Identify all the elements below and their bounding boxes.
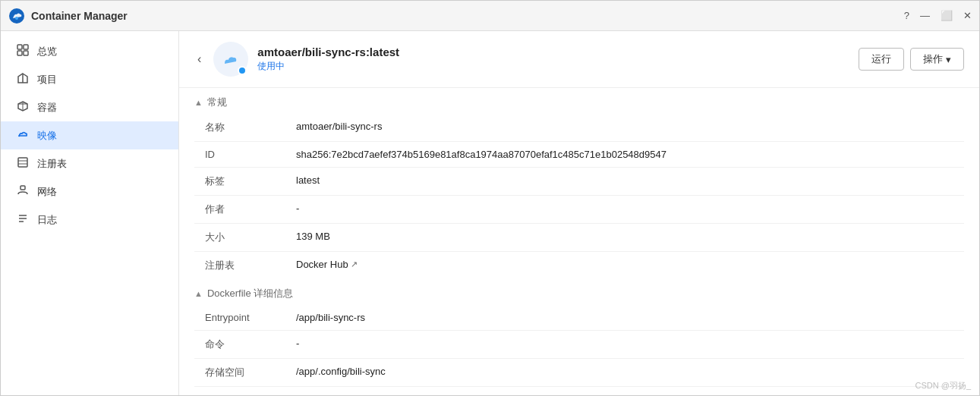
table-row: 名称 amtoaer/bili-sync-rs <box>194 114 964 142</box>
sidebar-item-container[interactable]: 容器 <box>1 93 178 121</box>
sidebar-item-network[interactable]: 网络 <box>1 178 178 206</box>
field-value: - <box>285 196 964 224</box>
registry-link[interactable]: Docker Hub ↗ <box>296 259 358 270</box>
table-row: Entrypoint /app/bili-sync-rs <box>194 305 964 331</box>
field-label: ID <box>194 142 285 168</box>
table-row: 大小 139 MB <box>194 224 964 252</box>
run-button[interactable]: 运行 <box>859 48 904 71</box>
log-icon <box>16 212 30 227</box>
sidebar-label-project: 项目 <box>37 73 57 86</box>
field-value: /app/.config/bili-sync <box>285 359 964 387</box>
general-section: ▲ 常规 名称 amtoaer/bili-sync-rs ID sha256:7… <box>179 88 979 279</box>
svg-rect-13 <box>20 186 25 190</box>
dockerfile-section-header: ▲ Dockerfile 详细信息 <box>194 279 964 305</box>
maximize-button[interactable]: ⬜ <box>941 10 953 21</box>
container-icon <box>16 100 30 115</box>
watermark: CSDN @羽扬_ <box>915 380 971 391</box>
field-value: 139 MB <box>285 224 964 252</box>
project-icon <box>16 72 30 86</box>
network-icon <box>16 184 30 199</box>
general-section-title: 常规 <box>207 96 227 109</box>
operate-button[interactable]: 操作 ▾ <box>910 48 964 71</box>
status-dot <box>238 66 247 75</box>
field-label: Entrypoint <box>194 305 285 331</box>
header-info: amtoaer/bili-sync-rs:latest 使用中 <box>257 46 849 73</box>
field-label: 作者 <box>194 196 285 224</box>
sidebar-label-registry: 注册表 <box>37 157 67 171</box>
sidebar-item-project[interactable]: 项目 <box>1 65 178 93</box>
registry-link-text: Docker Hub <box>296 259 348 270</box>
field-value: sha256:7e2bcd7aefef374b5169e81af8ca1974a… <box>285 142 964 168</box>
field-value: amtoaer/bili-sync-rs <box>285 114 964 142</box>
dockerfile-section: ▲ Dockerfile 详细信息 Entrypoint /app/bili-s… <box>179 279 979 395</box>
table-row: ID sha256:7e2bcd7aefef374b5169e81af8ca19… <box>194 142 964 168</box>
table-row: 命令 - <box>194 331 964 359</box>
minimize-button[interactable]: — <box>920 10 930 21</box>
content-header: ‹ amtoaer/bili-sync-rs:latest 使用中 运行 <box>179 31 979 88</box>
svg-rect-4 <box>17 51 22 55</box>
registry-icon <box>16 156 30 171</box>
table-row: 注册表 Docker Hub ↗ <box>194 252 964 280</box>
content-area: ‹ amtoaer/bili-sync-rs:latest 使用中 运行 <box>179 31 979 395</box>
dropdown-arrow-icon: ▾ <box>946 54 951 65</box>
help-button[interactable]: ? <box>904 10 909 21</box>
field-label: 大小 <box>194 224 285 252</box>
svg-rect-3 <box>24 45 28 49</box>
image-status: 使用中 <box>257 60 849 73</box>
field-label: 存储空间 <box>194 359 285 387</box>
image-thumbnail <box>213 42 248 77</box>
table-row: 存储空间 /app/.config/bili-sync <box>194 359 964 387</box>
field-value: - <box>285 331 964 359</box>
svg-rect-10 <box>18 158 27 167</box>
field-label: 对外端口 <box>194 387 285 396</box>
svg-rect-2 <box>17 45 22 49</box>
sidebar-item-log[interactable]: 日志 <box>1 206 178 234</box>
field-value: Docker Hub ↗ <box>285 252 964 280</box>
dockerfile-section-title: Dockerfile 详细信息 <box>207 287 293 300</box>
main-body: 总览 项目 <box>1 31 979 395</box>
table-row: 标签 latest <box>194 168 964 196</box>
image-title: amtoaer/bili-sync-rs:latest <box>257 46 849 58</box>
dockerfile-info-table: Entrypoint /app/bili-sync-rs 命令 - 存储空间 /… <box>194 305 964 395</box>
back-button[interactable]: ‹ <box>194 51 204 68</box>
field-label: 命令 <box>194 331 285 359</box>
sidebar-label-container: 容器 <box>37 101 57 115</box>
svg-rect-5 <box>24 51 28 55</box>
overview-icon <box>16 44 30 58</box>
header-actions: 运行 操作 ▾ <box>859 48 964 71</box>
field-label: 标签 <box>194 168 285 196</box>
field-value: latest <box>285 168 964 196</box>
field-label: 名称 <box>194 114 285 142</box>
field-value: - <box>285 387 964 396</box>
general-toggle-icon[interactable]: ▲ <box>194 98 203 107</box>
title-bar: Container Manager ? — ⬜ ✕ <box>1 1 979 31</box>
app-icon <box>8 8 25 24</box>
close-button[interactable]: ✕ <box>963 10 972 21</box>
svg-point-1 <box>15 17 18 20</box>
table-row: 作者 - <box>194 196 964 224</box>
app-window: Container Manager ? — ⬜ ✕ 总览 <box>0 0 980 396</box>
general-info-table: 名称 amtoaer/bili-sync-rs ID sha256:7e2bcd… <box>194 114 964 279</box>
window-controls: ? — ⬜ ✕ <box>904 10 972 21</box>
image-icon <box>16 128 30 143</box>
external-link-icon: ↗ <box>351 259 358 269</box>
sidebar-label-image: 映像 <box>37 129 57 143</box>
operate-label: 操作 <box>923 52 943 66</box>
table-row: 对外端口 - <box>194 387 964 396</box>
sidebar-label-network: 网络 <box>37 185 57 199</box>
app-title: Container Manager <box>31 10 904 22</box>
sidebar: 总览 项目 <box>1 31 179 395</box>
field-value: /app/bili-sync-rs <box>285 305 964 331</box>
sidebar-item-overview[interactable]: 总览 <box>1 37 178 65</box>
sidebar-label-overview: 总览 <box>37 45 57 58</box>
sidebar-label-log: 日志 <box>37 213 57 227</box>
field-label: 注册表 <box>194 252 285 280</box>
dockerfile-toggle-icon[interactable]: ▲ <box>194 289 203 298</box>
sidebar-item-image[interactable]: 映像 <box>1 121 178 149</box>
sidebar-item-registry[interactable]: 注册表 <box>1 149 178 178</box>
general-section-header: ▲ 常规 <box>194 88 964 114</box>
